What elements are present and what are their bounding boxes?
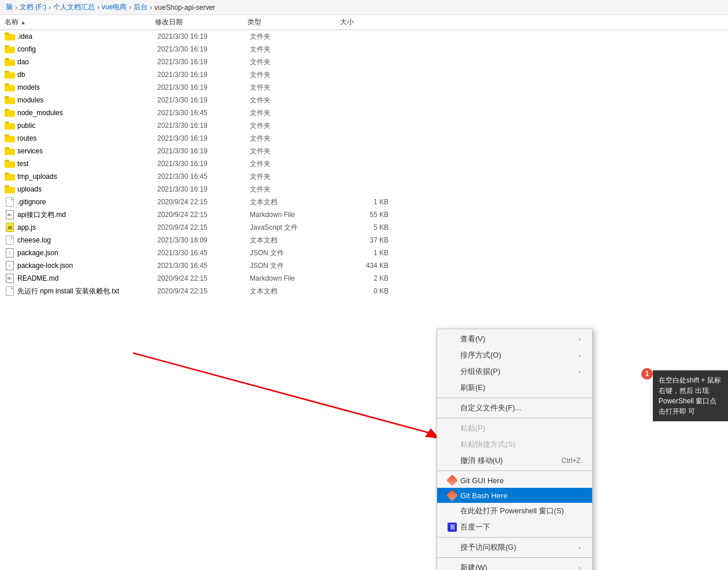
context-menu-item[interactable]: 刷新(E) [437, 380, 592, 396]
context-menu-item-label: 百度一下 [460, 522, 490, 532]
context-menu-item-label: 分组依据(P) [460, 366, 500, 377]
context-menu-item[interactable]: 粘贴快捷方式(S) [437, 436, 592, 453]
file-date: 2021/3/30 16:45 [157, 262, 250, 270]
col-type-header[interactable]: 类型 [247, 17, 340, 27]
file-size: 434 KB [342, 262, 400, 270]
context-menu-item-label: 自定义文件夹(F)... [460, 403, 521, 413]
file-type: 文件夹 [250, 185, 342, 194]
file-date: 2021/3/30 16:19 [157, 58, 250, 66]
breadcrumb-item-0[interactable]: 脑 [6, 2, 13, 12]
git-icon [446, 491, 458, 500]
breadcrumb-item-1[interactable]: 文档 (F:) [20, 2, 46, 12]
table-row[interactable]: {}package-lock.json2021/3/30 16:45JSON 文… [0, 259, 728, 272]
js-icon: JS [5, 223, 15, 232]
file-type: 文本文档 [250, 197, 342, 207]
table-row[interactable]: tmp_uploads2021/3/30 16:45文件夹 [0, 170, 728, 183]
file-size: 5 KB [342, 223, 400, 231]
table-row[interactable]: uploads2021/3/30 16:19文件夹 [0, 183, 728, 196]
file-date: 2021/3/30 16:45 [157, 249, 250, 257]
table-row[interactable]: models2021/3/30 16:19文件夹 [0, 81, 728, 94]
file-date: 2020/9/24 22:15 [157, 198, 250, 206]
file-type: 文件夹 [250, 95, 342, 105]
file-type: JSON 文件 [250, 261, 342, 271]
file-icon [5, 236, 15, 245]
context-menu-separator [437, 418, 592, 418]
context-menu-item[interactable]: 百百度一下 [437, 519, 592, 535]
breadcrumb-item-3[interactable]: vue电商 [102, 2, 127, 12]
file-type: Markdown File [250, 274, 342, 282]
file-size: 1 KB [342, 198, 400, 206]
file-type: 文件夹 [250, 172, 342, 182]
table-row[interactable]: 先运行 npm install 安装依赖包.txt2020/9/24 22:15… [0, 285, 728, 297]
context-menu-item[interactable]: 在此处打开 Powershell 窗口(S) [437, 503, 592, 519]
file-type: 文件夹 [250, 134, 342, 144]
context-menu-item-label: Git Bash Here [460, 491, 508, 500]
file-type: 文件夹 [250, 146, 342, 156]
file-name: cheese.log [17, 236, 157, 244]
file-name: models [17, 83, 157, 91]
table-row[interactable]: cheese.log2021/3/30 18:09文本文档37 KB [0, 234, 728, 247]
file-date: 2021/3/30 16:19 [157, 32, 250, 41]
context-menu-item-label: 排序方式(O) [460, 350, 501, 361]
file-size: 0 KB [342, 287, 400, 295]
table-row[interactable]: config2021/3/30 16:19文件夹 [0, 43, 728, 56]
file-size: 55 KB [342, 211, 400, 219]
table-row[interactable]: services2021/3/30 16:19文件夹 [0, 145, 728, 157]
file-type: 文本文档 [250, 236, 342, 245]
context-menu-arrow-icon: › [579, 352, 581, 359]
context-menu-item[interactable]: 粘贴(P) [437, 420, 592, 436]
table-row[interactable]: test2021/3/30 16:19文件夹 [0, 157, 728, 170]
table-row[interactable]: modules2021/3/30 16:19文件夹 [0, 94, 728, 106]
table-row[interactable]: public2021/3/30 16:19文件夹 [0, 119, 728, 132]
file-type: 文本文档 [250, 286, 342, 296]
context-menu-separator [437, 398, 592, 398]
context-menu-item[interactable]: Git Bash Here [437, 488, 592, 503]
context-menu-separator [437, 470, 592, 471]
context-menu-item[interactable]: 分组依据(P)› [437, 363, 592, 380]
context-menu-item[interactable]: 自定义文件夹(F)... [437, 400, 592, 416]
table-row[interactable]: JSapp.js2020/9/24 22:15JavaScript 文件5 KB [0, 221, 728, 234]
folder-icon [5, 185, 15, 194]
file-date: 2020/9/24 22:15 [157, 274, 250, 282]
table-row[interactable]: .idea2021/3/30 16:19文件夹 [0, 30, 728, 43]
context-menu-arrow-icon: › [579, 565, 581, 571]
file-name: package-lock.json [17, 262, 157, 270]
context-menu-item[interactable]: 授予访问权限(G)› [437, 539, 592, 556]
file-date: 2021/3/30 16:19 [157, 160, 250, 168]
column-headers[interactable]: 名称 ▲ 修改日期 类型 大小 [0, 15, 728, 30]
file-date: 2021/3/30 16:19 [157, 96, 250, 104]
context-menu-item[interactable]: 排序方式(O)› [437, 347, 592, 363]
table-row[interactable]: M↓README.md2020/9/24 22:15Markdown File2… [0, 272, 728, 285]
file-name: api接口文档.md [17, 210, 157, 220]
breadcrumb-item-4[interactable]: 后台 [134, 2, 147, 12]
context-menu-item[interactable]: 撤消 移动(U)Ctrl+Z [437, 453, 592, 469]
file-date: 2021/3/30 16:19 [157, 83, 250, 91]
context-menu-item-label: 在此处打开 Powershell 窗口(S) [460, 506, 564, 516]
table-row[interactable]: routes2021/3/30 16:19文件夹 [0, 132, 728, 145]
table-row[interactable]: node_modules2021/3/30 16:45文件夹 [0, 106, 728, 119]
table-row[interactable]: dao2021/3/30 16:19文件夹 [0, 56, 728, 68]
table-row[interactable]: M↓api接口文档.md2020/9/24 22:15Markdown File… [0, 208, 728, 221]
col-size-header[interactable]: 大小 [340, 17, 398, 27]
col-name-header[interactable]: 名称 ▲ [5, 17, 155, 27]
context-menu-item[interactable]: 新建(W)› [437, 560, 592, 570]
col-date-header[interactable]: 修改日期 [155, 17, 247, 27]
file-icon [5, 286, 15, 296]
file-date: 2021/3/30 16:19 [157, 71, 250, 79]
file-name: .idea [17, 32, 157, 41]
table-row[interactable]: db2021/3/30 16:19文件夹 [0, 68, 728, 81]
folder-icon [5, 32, 15, 41]
file-type: 文件夹 [250, 108, 342, 118]
json-icon: {} [5, 261, 15, 270]
context-menu-arrow-icon: › [579, 369, 581, 375]
folder-icon [5, 172, 15, 181]
context-menu-item[interactable]: 查看(V)› [437, 331, 592, 347]
table-row[interactable]: {}package.json2021/3/30 16:45JSON 文件1 KB [0, 247, 728, 259]
context-menu: 查看(V)›排序方式(O)›分组依据(P)›刷新(E)自定义文件夹(F)...粘… [437, 329, 593, 570]
table-row[interactable]: .gitignore2020/9/24 22:15文本文档1 KB [0, 196, 728, 208]
context-menu-item[interactable]: Git GUI Here [437, 473, 592, 488]
context-menu-item-label: 撤消 移动(U) [460, 455, 503, 466]
breadcrumb-item-2[interactable]: 个人文档汇总 [53, 2, 95, 12]
folder-icon [5, 159, 15, 168]
file-name: public [17, 122, 157, 130]
